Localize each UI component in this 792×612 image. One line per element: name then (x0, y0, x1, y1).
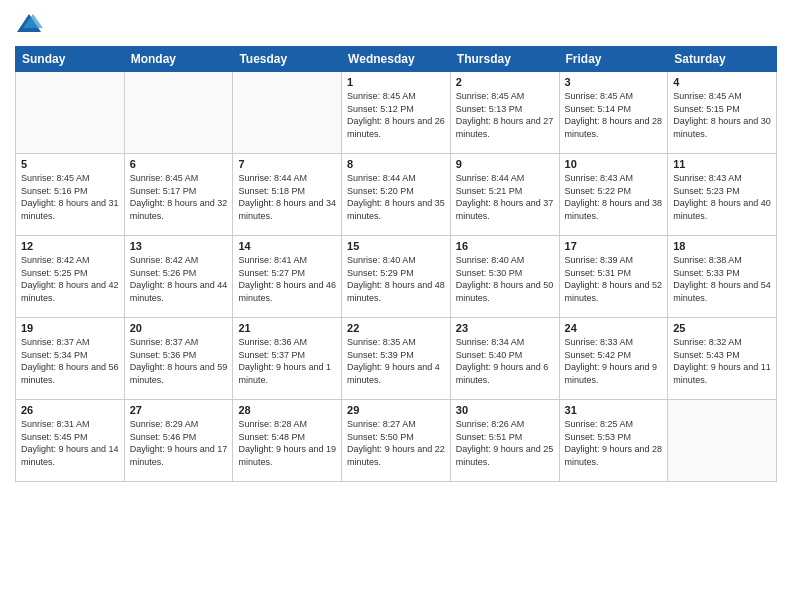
day-of-week-header: Sunday (16, 47, 125, 72)
day-number: 12 (21, 240, 119, 252)
calendar: SundayMondayTuesdayWednesdayThursdayFrid… (15, 46, 777, 482)
day-info: Sunrise: 8:45 AM Sunset: 5:12 PM Dayligh… (347, 90, 445, 140)
day-number: 24 (565, 322, 663, 334)
calendar-cell: 14Sunrise: 8:41 AM Sunset: 5:27 PM Dayli… (233, 236, 342, 318)
day-number: 2 (456, 76, 554, 88)
calendar-cell: 10Sunrise: 8:43 AM Sunset: 5:22 PM Dayli… (559, 154, 668, 236)
day-info: Sunrise: 8:44 AM Sunset: 5:20 PM Dayligh… (347, 172, 445, 222)
day-number: 10 (565, 158, 663, 170)
day-number: 18 (673, 240, 771, 252)
calendar-cell: 31Sunrise: 8:25 AM Sunset: 5:53 PM Dayli… (559, 400, 668, 482)
calendar-cell: 20Sunrise: 8:37 AM Sunset: 5:36 PM Dayli… (124, 318, 233, 400)
calendar-cell: 19Sunrise: 8:37 AM Sunset: 5:34 PM Dayli… (16, 318, 125, 400)
day-number: 13 (130, 240, 228, 252)
day-number: 3 (565, 76, 663, 88)
day-info: Sunrise: 8:45 AM Sunset: 5:17 PM Dayligh… (130, 172, 228, 222)
calendar-cell: 4Sunrise: 8:45 AM Sunset: 5:15 PM Daylig… (668, 72, 777, 154)
day-info: Sunrise: 8:39 AM Sunset: 5:31 PM Dayligh… (565, 254, 663, 304)
calendar-cell: 15Sunrise: 8:40 AM Sunset: 5:29 PM Dayli… (342, 236, 451, 318)
day-number: 25 (673, 322, 771, 334)
day-info: Sunrise: 8:45 AM Sunset: 5:16 PM Dayligh… (21, 172, 119, 222)
calendar-cell: 17Sunrise: 8:39 AM Sunset: 5:31 PM Dayli… (559, 236, 668, 318)
calendar-cell: 13Sunrise: 8:42 AM Sunset: 5:26 PM Dayli… (124, 236, 233, 318)
calendar-cell (668, 400, 777, 482)
day-info: Sunrise: 8:32 AM Sunset: 5:43 PM Dayligh… (673, 336, 771, 386)
calendar-cell: 22Sunrise: 8:35 AM Sunset: 5:39 PM Dayli… (342, 318, 451, 400)
day-number: 20 (130, 322, 228, 334)
day-info: Sunrise: 8:42 AM Sunset: 5:25 PM Dayligh… (21, 254, 119, 304)
day-info: Sunrise: 8:43 AM Sunset: 5:23 PM Dayligh… (673, 172, 771, 222)
calendar-week-row: 1Sunrise: 8:45 AM Sunset: 5:12 PM Daylig… (16, 72, 777, 154)
calendar-cell: 5Sunrise: 8:45 AM Sunset: 5:16 PM Daylig… (16, 154, 125, 236)
calendar-cell: 1Sunrise: 8:45 AM Sunset: 5:12 PM Daylig… (342, 72, 451, 154)
day-info: Sunrise: 8:42 AM Sunset: 5:26 PM Dayligh… (130, 254, 228, 304)
day-of-week-header: Saturday (668, 47, 777, 72)
day-number: 22 (347, 322, 445, 334)
calendar-cell: 26Sunrise: 8:31 AM Sunset: 5:45 PM Dayli… (16, 400, 125, 482)
day-info: Sunrise: 8:36 AM Sunset: 5:37 PM Dayligh… (238, 336, 336, 386)
day-number: 17 (565, 240, 663, 252)
day-info: Sunrise: 8:35 AM Sunset: 5:39 PM Dayligh… (347, 336, 445, 386)
day-info: Sunrise: 8:31 AM Sunset: 5:45 PM Dayligh… (21, 418, 119, 468)
day-number: 5 (21, 158, 119, 170)
day-number: 4 (673, 76, 771, 88)
calendar-week-row: 12Sunrise: 8:42 AM Sunset: 5:25 PM Dayli… (16, 236, 777, 318)
day-info: Sunrise: 8:45 AM Sunset: 5:15 PM Dayligh… (673, 90, 771, 140)
day-number: 31 (565, 404, 663, 416)
day-number: 7 (238, 158, 336, 170)
calendar-cell: 24Sunrise: 8:33 AM Sunset: 5:42 PM Dayli… (559, 318, 668, 400)
day-of-week-header: Thursday (450, 47, 559, 72)
calendar-cell: 25Sunrise: 8:32 AM Sunset: 5:43 PM Dayli… (668, 318, 777, 400)
calendar-cell: 12Sunrise: 8:42 AM Sunset: 5:25 PM Dayli… (16, 236, 125, 318)
day-of-week-header: Monday (124, 47, 233, 72)
day-number: 26 (21, 404, 119, 416)
calendar-week-row: 19Sunrise: 8:37 AM Sunset: 5:34 PM Dayli… (16, 318, 777, 400)
day-info: Sunrise: 8:45 AM Sunset: 5:13 PM Dayligh… (456, 90, 554, 140)
day-info: Sunrise: 8:25 AM Sunset: 5:53 PM Dayligh… (565, 418, 663, 468)
calendar-week-row: 26Sunrise: 8:31 AM Sunset: 5:45 PM Dayli… (16, 400, 777, 482)
page: SundayMondayTuesdayWednesdayThursdayFrid… (0, 0, 792, 612)
calendar-cell: 9Sunrise: 8:44 AM Sunset: 5:21 PM Daylig… (450, 154, 559, 236)
day-info: Sunrise: 8:26 AM Sunset: 5:51 PM Dayligh… (456, 418, 554, 468)
day-number: 19 (21, 322, 119, 334)
header (15, 10, 777, 38)
calendar-cell: 30Sunrise: 8:26 AM Sunset: 5:51 PM Dayli… (450, 400, 559, 482)
calendar-cell: 29Sunrise: 8:27 AM Sunset: 5:50 PM Dayli… (342, 400, 451, 482)
day-info: Sunrise: 8:27 AM Sunset: 5:50 PM Dayligh… (347, 418, 445, 468)
day-number: 1 (347, 76, 445, 88)
calendar-week-row: 5Sunrise: 8:45 AM Sunset: 5:16 PM Daylig… (16, 154, 777, 236)
calendar-cell (16, 72, 125, 154)
calendar-cell: 16Sunrise: 8:40 AM Sunset: 5:30 PM Dayli… (450, 236, 559, 318)
calendar-cell: 27Sunrise: 8:29 AM Sunset: 5:46 PM Dayli… (124, 400, 233, 482)
day-number: 11 (673, 158, 771, 170)
day-number: 29 (347, 404, 445, 416)
calendar-cell: 7Sunrise: 8:44 AM Sunset: 5:18 PM Daylig… (233, 154, 342, 236)
calendar-cell: 28Sunrise: 8:28 AM Sunset: 5:48 PM Dayli… (233, 400, 342, 482)
day-info: Sunrise: 8:40 AM Sunset: 5:30 PM Dayligh… (456, 254, 554, 304)
day-number: 6 (130, 158, 228, 170)
logo (15, 10, 47, 38)
day-info: Sunrise: 8:43 AM Sunset: 5:22 PM Dayligh… (565, 172, 663, 222)
day-info: Sunrise: 8:33 AM Sunset: 5:42 PM Dayligh… (565, 336, 663, 386)
calendar-header-row: SundayMondayTuesdayWednesdayThursdayFrid… (16, 47, 777, 72)
day-number: 16 (456, 240, 554, 252)
day-number: 27 (130, 404, 228, 416)
day-info: Sunrise: 8:37 AM Sunset: 5:34 PM Dayligh… (21, 336, 119, 386)
day-of-week-header: Friday (559, 47, 668, 72)
calendar-cell (124, 72, 233, 154)
calendar-cell: 2Sunrise: 8:45 AM Sunset: 5:13 PM Daylig… (450, 72, 559, 154)
calendar-cell: 6Sunrise: 8:45 AM Sunset: 5:17 PM Daylig… (124, 154, 233, 236)
day-of-week-header: Tuesday (233, 47, 342, 72)
day-info: Sunrise: 8:41 AM Sunset: 5:27 PM Dayligh… (238, 254, 336, 304)
day-info: Sunrise: 8:37 AM Sunset: 5:36 PM Dayligh… (130, 336, 228, 386)
logo-icon (15, 10, 43, 38)
day-number: 23 (456, 322, 554, 334)
calendar-cell: 21Sunrise: 8:36 AM Sunset: 5:37 PM Dayli… (233, 318, 342, 400)
day-info: Sunrise: 8:38 AM Sunset: 5:33 PM Dayligh… (673, 254, 771, 304)
day-info: Sunrise: 8:28 AM Sunset: 5:48 PM Dayligh… (238, 418, 336, 468)
day-number: 15 (347, 240, 445, 252)
calendar-cell: 3Sunrise: 8:45 AM Sunset: 5:14 PM Daylig… (559, 72, 668, 154)
calendar-cell: 8Sunrise: 8:44 AM Sunset: 5:20 PM Daylig… (342, 154, 451, 236)
day-info: Sunrise: 8:40 AM Sunset: 5:29 PM Dayligh… (347, 254, 445, 304)
calendar-cell: 23Sunrise: 8:34 AM Sunset: 5:40 PM Dayli… (450, 318, 559, 400)
